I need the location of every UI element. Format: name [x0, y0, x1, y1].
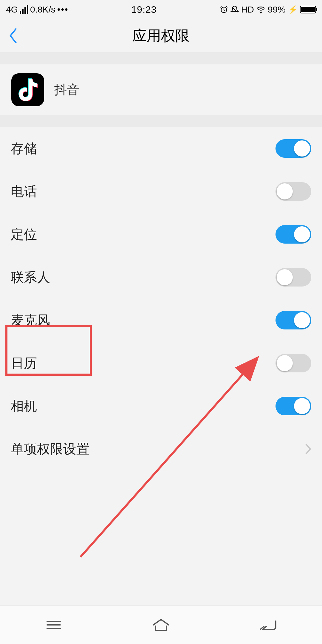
permission-label: 定位	[11, 226, 275, 243]
more-icon: •••	[57, 4, 69, 15]
chevron-right-icon	[305, 443, 311, 455]
home-button[interactable]	[150, 618, 172, 632]
charging-icon: ⚡	[288, 5, 298, 14]
back-nav-button[interactable]	[257, 618, 279, 632]
toggle-contacts[interactable]	[275, 268, 311, 287]
back-button[interactable]	[8, 28, 18, 44]
section-gap	[0, 115, 322, 127]
single-settings-label: 单项权限设置	[11, 440, 305, 458]
svg-point-1	[260, 12, 261, 13]
toggle-calendar[interactable]	[275, 354, 311, 372]
hd-label: HD	[241, 4, 254, 15]
permission-row-storage[interactable]: 存储	[0, 127, 322, 170]
dnd-icon	[230, 5, 239, 14]
toggle-storage[interactable]	[275, 139, 311, 158]
permission-label: 电话	[11, 183, 275, 200]
permission-row-location[interactable]: 定位	[0, 213, 322, 256]
app-info-row: 抖音	[0, 64, 322, 115]
page-header: 应用权限	[0, 19, 322, 52]
permission-row-phone[interactable]: 电话	[0, 170, 322, 213]
permission-label: 麦克风	[11, 312, 275, 329]
page-title: 应用权限	[0, 26, 322, 45]
permission-label: 相机	[11, 397, 275, 415]
permission-row-contacts[interactable]: 联系人	[0, 256, 322, 299]
section-gap	[0, 52, 322, 64]
network-type: 4G	[6, 4, 18, 15]
status-bar: 4G 0.8K/s ••• 19:23 HD 99% ⚡	[0, 0, 322, 19]
toggle-camera[interactable]	[275, 397, 311, 415]
system-navigation-bar	[0, 605, 322, 644]
signal-bars-icon	[20, 5, 28, 14]
battery-percent: 99%	[268, 4, 286, 15]
app-icon-douyin	[11, 73, 44, 106]
toggle-location[interactable]	[275, 225, 311, 244]
toggle-phone[interactable]	[275, 182, 311, 201]
status-left: 4G 0.8K/s •••	[6, 4, 69, 15]
battery-icon	[300, 6, 316, 13]
network-speed: 0.8K/s	[30, 4, 55, 15]
status-right: HD 99% ⚡	[220, 4, 316, 15]
permission-label: 存储	[11, 140, 275, 157]
app-name: 抖音	[54, 81, 79, 98]
wifi-icon	[256, 5, 265, 14]
permission-row-microphone[interactable]: 麦克风	[0, 299, 322, 342]
toggle-microphone[interactable]	[275, 311, 311, 329]
alarm-icon	[220, 5, 228, 14]
permission-label: 联系人	[11, 269, 275, 286]
permission-list: 存储 电话 定位 联系人 麦克风 日历 相机 单项权限设置	[0, 127, 322, 470]
single-permission-settings[interactable]: 单项权限设置	[0, 428, 322, 470]
permission-label: 日历	[11, 354, 275, 372]
status-time: 19:23	[69, 4, 220, 15]
permission-row-camera[interactable]: 相机	[0, 385, 322, 428]
recent-apps-button[interactable]	[43, 618, 65, 632]
permission-row-calendar[interactable]: 日历	[0, 342, 322, 385]
